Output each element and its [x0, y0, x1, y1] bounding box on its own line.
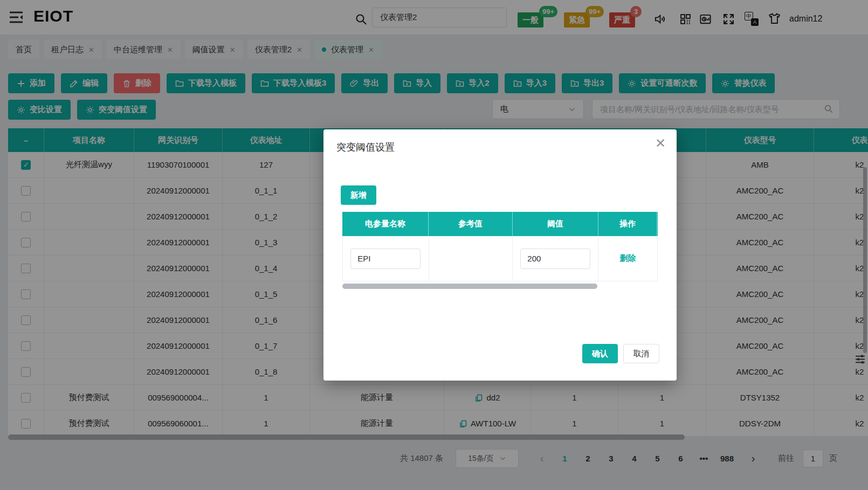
threshold-table-header: 电参量名称 参考值 阈值 操作 [342, 212, 658, 236]
delete-row-link[interactable]: 删除 [620, 253, 636, 264]
cancel-button[interactable]: 取消 [623, 344, 659, 363]
dialog-title: 突变阈值设置 [336, 141, 395, 154]
threshold-input[interactable] [520, 249, 590, 269]
mutation-threshold-dialog: 突变阈值设置 ✕ 新增 电参量名称 参考值 阈值 操作 删除 确认 取消 [323, 129, 677, 381]
confirm-button[interactable]: 确认 [582, 344, 618, 363]
threshold-table-row: 删除 [342, 236, 658, 281]
close-icon[interactable]: ✕ [655, 137, 666, 150]
threshold-table: 电参量名称 参考值 阈值 操作 删除 [342, 212, 658, 281]
param-name-input[interactable] [350, 249, 421, 269]
dialog-table-scrollbar[interactable] [342, 284, 597, 289]
app-root: EIOT 一般 99+ 紧急 99+ 严重 3 中A [0, 0, 868, 490]
add-row-button[interactable]: 新增 [341, 185, 376, 205]
